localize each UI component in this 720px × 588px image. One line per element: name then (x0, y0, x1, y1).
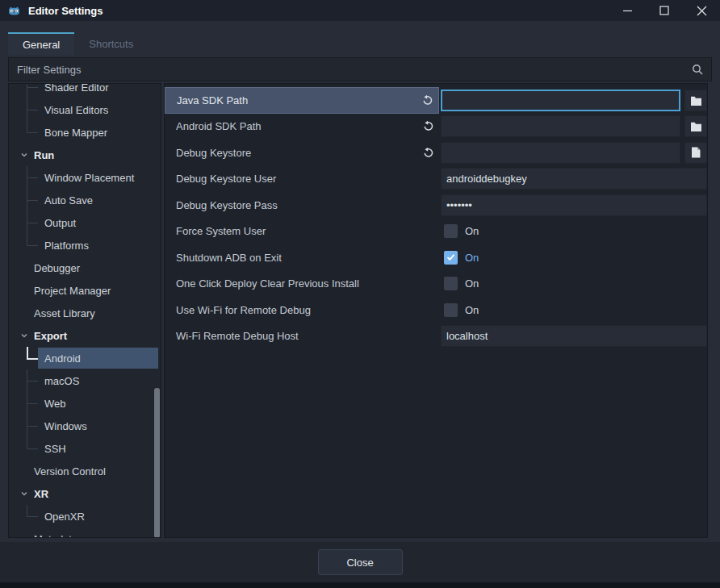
close-button[interactable]: Close (318, 549, 403, 575)
window-controls (609, 0, 720, 21)
setting-label: Android SDK Path (176, 120, 262, 132)
tree-item-android[interactable]: Android (9, 347, 161, 369)
tree-item-macos[interactable]: macOS (9, 369, 161, 392)
browse-folder-button[interactable] (684, 90, 707, 111)
revert-icon (422, 120, 434, 132)
tree-item-asset-library[interactable]: Asset Library (9, 302, 161, 324)
tree-item-project-manager[interactable]: Project Manager (9, 279, 161, 302)
titlebar: Editor Settings (0, 0, 720, 21)
minimize-button[interactable] (609, 0, 646, 21)
checkbox-label: On (465, 304, 479, 316)
wifi-remote-debug-host-input[interactable] (441, 325, 707, 347)
tab-shortcuts-label: Shortcuts (89, 38, 133, 50)
tree-item-shader-editor[interactable]: Shader Editor (9, 83, 161, 98)
tree-item-metadata[interactable]: Metadata (9, 528, 161, 538)
setting-row-debug-keystore-pass[interactable]: Debug Keystore Pass (165, 192, 707, 219)
tree-item-bone-mapper[interactable]: Bone Mapper (9, 121, 161, 144)
tree-connector (27, 121, 40, 144)
main-area: Shader Editor Visual Editors Bone Mapper… (0, 83, 720, 538)
tree-scrollbar[interactable] (153, 84, 161, 537)
debug-keystore-pass-input[interactable] (441, 194, 707, 216)
debug-keystore-user-input[interactable] (441, 168, 707, 190)
setting-row-android-sdk-path[interactable]: Android SDK Path (165, 114, 707, 140)
setting-label: Debug Keystore (176, 147, 251, 159)
maximize-icon (659, 6, 669, 15)
revert-icon (421, 94, 433, 106)
debug-keystore-input[interactable] (441, 142, 680, 164)
setting-row-debug-keystore[interactable]: Debug Keystore (165, 140, 707, 166)
settings-panel: Java SDK Path Android SDK Path (164, 83, 708, 538)
revert-button[interactable] (420, 119, 436, 135)
chevron-down-icon (20, 490, 28, 498)
revert-button[interactable] (420, 144, 436, 161)
use-wifi-remote-debug-checkbox[interactable] (444, 303, 458, 317)
tree-connector (27, 211, 40, 234)
setting-label: Debug Keystore Pass (176, 199, 278, 211)
tree-item-debugger[interactable]: Debugger (9, 256, 161, 279)
setting-row-wifi-remote-debug-host[interactable]: Wi-Fi Remote Debug Host (165, 323, 707, 350)
setting-row-use-wifi-for-remote-debug[interactable]: Use Wi-Fi for Remote Debug On (165, 297, 707, 323)
setting-label: Wi-Fi Remote Debug Host (176, 330, 299, 342)
editor-settings-window: Editor Settings General Shortcuts (0, 0, 720, 588)
tree-scrollbar-thumb[interactable] (154, 388, 160, 538)
tab-shortcuts[interactable]: Shortcuts (74, 32, 148, 56)
file-icon (691, 147, 701, 158)
setting-row-force-system-user[interactable]: Force System User On (165, 219, 707, 245)
setting-row-debug-keystore-user[interactable]: Debug Keystore User (165, 166, 707, 193)
tree-item-ssh[interactable]: SSH (9, 437, 161, 460)
tree-item-windows[interactable]: Windows (9, 415, 161, 437)
tree-connector (27, 415, 40, 437)
folder-icon (690, 121, 702, 131)
chevron-down-icon (20, 151, 28, 159)
minimize-icon (622, 6, 633, 16)
settings-tree-panel: Shader Editor Visual Editors Bone Mapper… (8, 83, 161, 538)
tree-list: Shader Editor Visual Editors Bone Mapper… (9, 83, 161, 538)
shutdown-adb-checkbox[interactable] (444, 251, 458, 265)
checkmark-icon (446, 253, 455, 261)
tree-item-output[interactable]: Output (9, 211, 161, 234)
tab-bar: General Shortcuts (0, 32, 720, 56)
tree-connector (27, 189, 40, 211)
checkbox-label: On (465, 277, 479, 290)
close-window-button[interactable] (683, 0, 720, 21)
tree-item-window-placement[interactable]: Window Placement (9, 166, 161, 189)
tree-connector (27, 166, 40, 189)
chevron-down-icon (20, 332, 28, 340)
tree-item-version-control[interactable]: Version Control (9, 460, 161, 482)
tree-section-xr[interactable]: XR (9, 482, 161, 505)
filter-settings-input[interactable] (9, 58, 692, 81)
setting-label: Shutdown ADB on Exit (176, 252, 282, 264)
setting-row-one-click-deploy-clear-previous-install[interactable]: One Click Deploy Clear Previous Install … (165, 271, 707, 298)
setting-row-shutdown-adb-on-exit[interactable]: Shutdown ADB on Exit On (165, 244, 707, 271)
tree-section-export[interactable]: Export (9, 324, 161, 347)
maximize-button[interactable] (646, 0, 683, 21)
setting-label: Debug Keystore User (176, 173, 276, 185)
android-sdk-path-input[interactable] (441, 115, 680, 137)
tree-item-auto-save[interactable]: Auto Save (9, 189, 161, 211)
tree-connector (27, 392, 40, 415)
tree-item-platforms[interactable]: Platforms (9, 234, 161, 256)
browse-folder-button[interactable] (684, 115, 707, 137)
revert-button[interactable] (419, 92, 435, 108)
search-icon (692, 64, 703, 75)
tree-connector (27, 437, 40, 460)
revert-icon (422, 147, 434, 159)
tab-general[interactable]: General (8, 32, 74, 56)
tree-connector (27, 505, 40, 528)
setting-label: One Click Deploy Clear Previous Install (176, 277, 359, 290)
setting-label: Force System User (176, 225, 266, 237)
setting-label: Use Wi-Fi for Remote Debug (176, 304, 311, 316)
tree-section-run[interactable]: Run (9, 144, 161, 166)
tree-item-openxr[interactable]: OpenXR (9, 505, 161, 528)
filter-bar (8, 57, 712, 81)
one-click-deploy-checkbox[interactable] (444, 277, 458, 290)
setting-row-java-sdk-path[interactable]: Java SDK Path (165, 87, 707, 114)
tab-general-label: General (23, 39, 60, 51)
browse-file-button[interactable] (684, 142, 707, 164)
tree-item-visual-editors[interactable]: Visual Editors (9, 98, 161, 121)
java-sdk-path-input[interactable] (441, 90, 680, 111)
tree-connector (27, 83, 40, 98)
tree-item-web[interactable]: Web (9, 392, 161, 415)
force-system-user-checkbox[interactable] (444, 224, 458, 238)
dialog-footer: Close (0, 542, 720, 582)
